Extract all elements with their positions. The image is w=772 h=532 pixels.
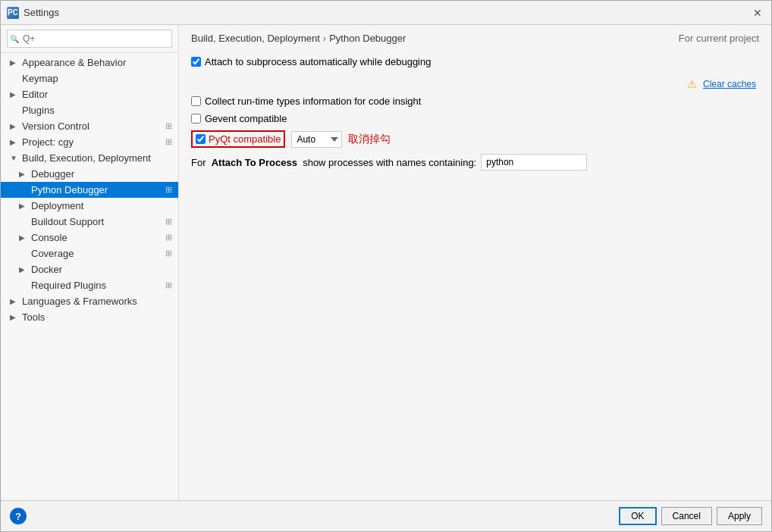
sidebar-item-coverage[interactable]: Coverage ⊞	[1, 246, 178, 261]
pyqt-row: PyQt compatible Auto PyQt4 PyQt5 PySide …	[191, 130, 759, 148]
arrow-icon: ▶	[10, 90, 19, 99]
sidebar: ▶ Appearance & Behavior Keymap ▶ Editor …	[1, 25, 179, 500]
breadcrumb-part2: Python Debugger	[329, 33, 406, 44]
nav-tree: ▶ Appearance & Behavior Keymap ▶ Editor …	[1, 53, 178, 500]
warning-icon: ⚠	[687, 78, 697, 90]
sidebar-item-languages[interactable]: ▶ Languages & Frameworks	[1, 293, 178, 309]
sidebar-item-version-control[interactable]: ▶ Version Control ⊞	[1, 118, 178, 134]
attach-process-row: For Attach To Process show processes wit…	[191, 154, 759, 171]
checkbox2-label[interactable]: Collect run-time types information for c…	[191, 95, 421, 107]
search-input[interactable]	[7, 30, 172, 48]
settings-panel: Attach to subprocess automatically while…	[179, 50, 771, 500]
arrow-icon: ▶	[19, 233, 28, 242]
sidebar-item-buildout[interactable]: Buildout Support ⊞	[1, 214, 178, 230]
sidebar-item-appearance[interactable]: ▶ Appearance & Behavior	[1, 55, 178, 70]
bottom-left: ?	[10, 508, 27, 524]
arrow-icon: ▼	[10, 154, 19, 162]
current-project-text: For current project	[679, 33, 759, 44]
sidebar-item-console[interactable]: ▶ Console ⊞	[1, 230, 178, 246]
current-project-link[interactable]: For current project	[679, 33, 759, 44]
checkbox3-label[interactable]: Gevent compatible	[191, 113, 287, 124]
sidebar-item-deployment[interactable]: ▶ Deployment	[1, 198, 178, 214]
sidebar-item-python-debugger[interactable]: Python Debugger ⊞	[1, 182, 178, 198]
breadcrumb-separator: ›	[323, 33, 326, 44]
process-name-input[interactable]	[481, 154, 587, 171]
attach-bold-label: Attach To Process	[212, 157, 297, 168]
checkbox1-input[interactable]	[191, 57, 201, 67]
breadcrumb: Build, Execution, Deployment › Python De…	[191, 33, 406, 44]
attach-for-label: For Attach To Process show processes wit…	[191, 157, 476, 168]
ok-button[interactable]: OK	[619, 507, 656, 525]
copy-icon: ⊞	[165, 233, 172, 243]
sidebar-item-editor[interactable]: ▶ Editor	[1, 86, 178, 102]
cancel-button[interactable]: Cancel	[661, 507, 712, 525]
clear-caches-area: ⚠ Clear caches	[687, 77, 759, 91]
arrow-icon: ▶	[10, 138, 19, 146]
copy-icon: ⊞	[165, 137, 172, 147]
title-bar: PC Settings ✕	[1, 1, 771, 25]
arrow-icon: ▶	[19, 170, 28, 178]
settings-window: PC Settings ✕ ▶ Appearance & Behavior	[0, 0, 772, 532]
content-area: ▶ Appearance & Behavior Keymap ▶ Editor …	[1, 25, 771, 500]
pyqt-dropdown[interactable]: Auto PyQt4 PyQt5 PySide	[291, 131, 342, 148]
checkbox3-input[interactable]	[191, 114, 201, 124]
arrow-icon: ▶	[10, 297, 19, 305]
sidebar-item-required-plugins[interactable]: Required Plugins ⊞	[1, 277, 178, 293]
window-title: Settings	[24, 7, 59, 18]
checkbox2-row: Collect run-time types information for c…	[191, 95, 759, 107]
main-header: Build, Execution, Deployment › Python De…	[179, 25, 771, 50]
pyqt-checkbox-wrapper: PyQt compatible	[191, 130, 285, 148]
app-icon: PC	[7, 7, 19, 19]
apply-button[interactable]: Apply	[717, 507, 762, 525]
search-wrap	[7, 30, 172, 48]
copy-icon: ⊞	[165, 280, 172, 290]
sidebar-item-docker[interactable]: ▶ Docker	[1, 261, 178, 277]
clear-caches-button[interactable]: Clear caches	[700, 77, 759, 91]
breadcrumb-part1: Build, Execution, Deployment	[191, 33, 320, 44]
arrow-icon: ▶	[19, 265, 28, 274]
copy-icon: ⊞	[165, 217, 172, 227]
help-button[interactable]: ?	[10, 508, 27, 524]
pyqt-label: PyQt compatible	[209, 133, 281, 145]
arrow-icon: ▶	[10, 122, 19, 130]
sidebar-item-plugins[interactable]: Plugins	[1, 102, 178, 118]
checkbox1-label[interactable]: Attach to subprocess automatically while…	[191, 56, 431, 67]
checkbox1-row: Attach to subprocess automatically while…	[191, 56, 431, 67]
close-button[interactable]: ✕	[750, 5, 765, 20]
arrow-icon: ▶	[10, 313, 19, 321]
copy-icon: ⊞	[165, 249, 172, 258]
sidebar-item-keymap[interactable]: Keymap	[1, 70, 178, 86]
pyqt-checkbox[interactable]	[196, 134, 206, 144]
title-bar-left: PC Settings	[7, 7, 59, 19]
sidebar-item-project[interactable]: ▶ Project: cgy ⊞	[1, 134, 178, 150]
sidebar-item-debugger[interactable]: ▶ Debugger	[1, 166, 178, 182]
bottom-bar: ? OK Cancel Apply	[1, 500, 771, 531]
cancel-annotation: 取消掉勾	[348, 133, 391, 146]
main-content: Build, Execution, Deployment › Python De…	[179, 25, 771, 500]
arrow-icon: ▶	[10, 58, 19, 67]
sidebar-item-build[interactable]: ▼ Build, Execution, Deployment	[1, 150, 178, 166]
copy-icon: ⊞	[165, 185, 172, 195]
sidebar-item-tools[interactable]: ▶ Tools	[1, 309, 178, 325]
checkbox3-row: Gevent compatible	[191, 113, 759, 124]
copy-icon: ⊞	[165, 121, 172, 131]
checkbox2-input[interactable]	[191, 96, 201, 106]
arrow-icon: ▶	[19, 202, 28, 210]
search-box	[1, 25, 178, 53]
